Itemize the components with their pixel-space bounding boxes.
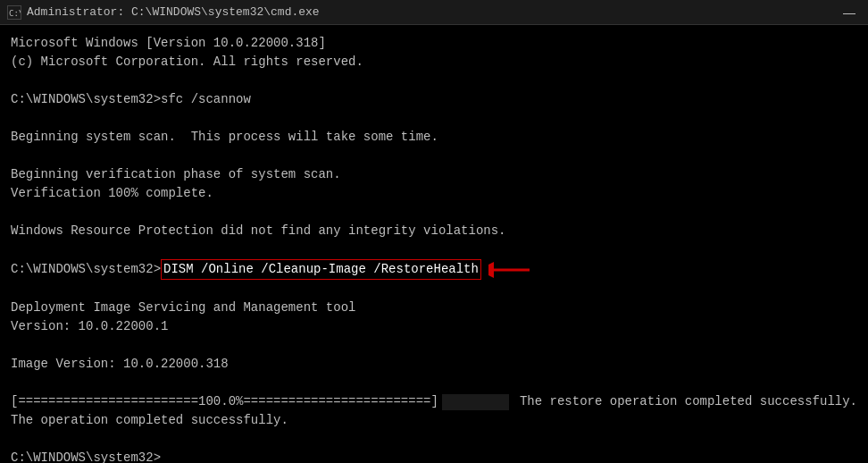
empty-line-1	[11, 72, 857, 90]
line-beginning-scan: Beginning system scan. This process will…	[11, 128, 857, 147]
title-bar: C:\ Administrator: C:\WINDOWS\system32\c…	[0, 0, 868, 25]
progress-bracket-open: [========================100.0%=========…	[11, 392, 438, 411]
line-verification-phase: Beginning verification phase of system s…	[11, 165, 857, 184]
line-dism-version: Version: 10.0.22000.1	[11, 317, 857, 336]
cmd-icon: C:\	[7, 5, 21, 20]
line-progress: [========================100.0%=========…	[11, 392, 857, 411]
prompt-1: C:\WINDOWS\system32>	[11, 90, 161, 109]
title-bar-left: C:\ Administrator: C:\WINDOWS\system32\c…	[7, 5, 320, 20]
window-title: Administrator: C:\WINDOWS\system32\cmd.e…	[27, 5, 320, 19]
prompt-2: C:\WINDOWS\system32>	[11, 260, 161, 279]
title-bar-controls: —	[838, 4, 861, 21]
empty-line-9	[11, 430, 857, 449]
line-operation-complete: The operation completed successfully.	[11, 411, 857, 430]
line-final-prompt: C:\WINDOWS\system32>	[11, 449, 857, 463]
empty-line-5	[11, 240, 857, 259]
line-verification-complete: Verification 100% complete.	[11, 184, 857, 203]
empty-line-6	[11, 280, 857, 299]
arrow-container	[488, 260, 531, 280]
console-body: Microsoft Windows [Version 10.0.22000.31…	[0, 25, 868, 463]
empty-line-8	[11, 374, 857, 392]
empty-line-2	[11, 109, 857, 128]
prompt-3: C:\WINDOWS\system32>	[11, 449, 161, 463]
sfc-command: sfc /scannow	[161, 90, 251, 109]
empty-line-3	[11, 147, 857, 165]
svg-text:C:\: C:\	[9, 9, 21, 18]
redacted-area	[442, 394, 509, 410]
line-no-violations: Windows Resource Protection did not find…	[11, 222, 857, 240]
arrow-icon	[488, 260, 531, 280]
line-image-version: Image Version: 10.0.22000.318	[11, 355, 857, 374]
empty-line-7	[11, 336, 857, 355]
dism-command-highlighted: DISM /Online /Cleanup-Image /RestoreHeal…	[161, 259, 481, 280]
progress-success-text: The restore operation completed successf…	[513, 392, 857, 411]
line-dism-command: C:\WINDOWS\system32>DISM /Online /Cleanu…	[11, 259, 857, 280]
empty-line-4	[11, 203, 857, 222]
line-dism-tool: Deployment Image Servicing and Managemen…	[11, 299, 857, 317]
line-windows-version: Microsoft Windows [Version 10.0.22000.31…	[11, 34, 857, 53]
line-sfc-command: C:\WINDOWS\system32>sfc /scannow	[11, 90, 857, 109]
line-copyright: (c) Microsoft Corporation. All rights re…	[11, 53, 857, 72]
minimize-button[interactable]: —	[838, 4, 861, 21]
